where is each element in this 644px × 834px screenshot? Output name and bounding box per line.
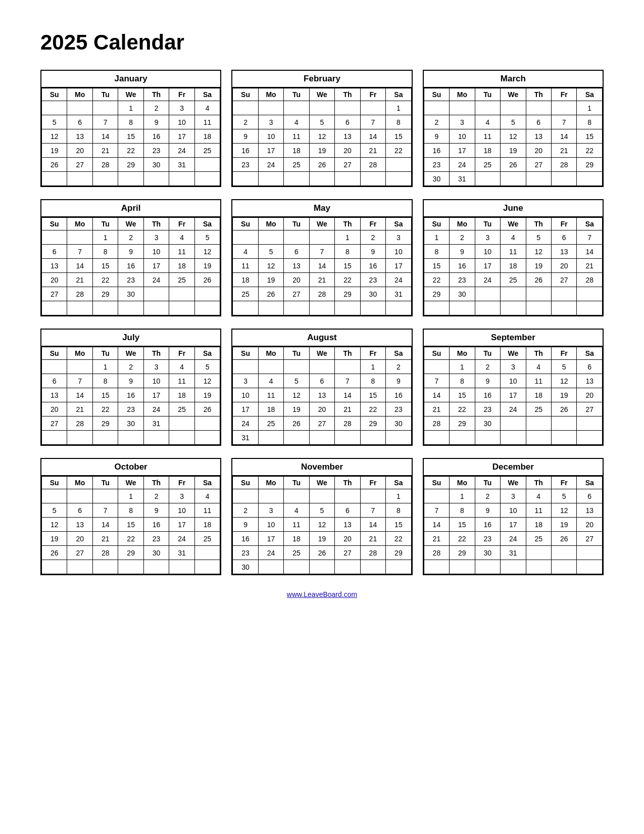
day-cell: 12: [194, 245, 220, 259]
day-cell: 10: [143, 245, 169, 259]
day-cell: [233, 101, 258, 115]
day-cell: 22: [335, 273, 360, 287]
table-row: 262728293031: [42, 546, 220, 560]
day-cell: 10: [169, 503, 194, 518]
day-header: We: [501, 477, 526, 489]
day-cell: [309, 360, 334, 374]
day-cell: 18: [284, 532, 309, 546]
day-cell: 23: [233, 158, 258, 172]
table-row: 18192021222324: [233, 273, 411, 287]
day-cell: 1: [577, 101, 603, 115]
day-cell: 12: [258, 259, 283, 273]
day-cell: 5: [526, 230, 551, 245]
table-row: [424, 560, 602, 574]
day-cell: 3: [475, 230, 500, 245]
day-cell: 15: [92, 388, 118, 402]
table-row: 567891011: [42, 115, 220, 129]
table-row: 14151617181920: [424, 388, 602, 402]
day-cell: 3: [169, 101, 194, 115]
month-title: February: [232, 71, 411, 88]
day-cell: 15: [335, 259, 360, 273]
day-cell: 9: [450, 245, 475, 259]
day-cell: 30: [360, 287, 385, 301]
day-cell: [42, 172, 67, 186]
table-row: 1: [424, 101, 602, 115]
day-cell: 13: [335, 129, 360, 144]
day-cell: 14: [309, 259, 334, 273]
day-cell: [386, 560, 412, 574]
day-cell: 5: [309, 503, 334, 518]
page-title: 2025 Calendar: [40, 30, 604, 55]
day-cell: 9: [233, 518, 258, 532]
day-cell: 29: [424, 287, 449, 301]
day-cell: 2: [118, 230, 143, 245]
day-cell: [335, 489, 360, 503]
day-cell: [67, 101, 92, 115]
day-cell: 17: [475, 259, 500, 273]
month-title: May: [232, 200, 411, 217]
day-header: Fr: [552, 88, 577, 101]
day-cell: 21: [360, 532, 385, 546]
day-cell: 27: [42, 416, 67, 431]
day-cell: 15: [118, 129, 143, 144]
day-cell: 20: [67, 144, 92, 158]
day-cell: 16: [143, 518, 169, 532]
day-cell: [92, 301, 118, 315]
day-header: Th: [526, 88, 551, 101]
day-cell: 11: [284, 518, 309, 532]
day-cell: 3: [501, 360, 526, 374]
day-cell: [284, 360, 309, 374]
day-cell: [526, 431, 551, 445]
day-header: Fr: [360, 218, 385, 230]
day-cell: 31: [450, 172, 475, 186]
day-header: Su: [233, 477, 258, 489]
day-cell: 29: [92, 287, 118, 301]
day-cell: [258, 489, 283, 503]
day-header: We: [309, 88, 334, 101]
day-cell: [577, 172, 603, 186]
day-header: Tu: [284, 88, 309, 101]
day-cell: 17: [143, 259, 169, 273]
day-cell: 27: [335, 546, 360, 560]
day-cell: 8: [92, 374, 118, 388]
day-cell: 11: [194, 115, 220, 129]
day-cell: 6: [67, 115, 92, 129]
day-cell: [194, 172, 220, 186]
day-cell: 11: [258, 388, 283, 402]
table-row: [42, 301, 220, 315]
day-cell: [309, 101, 334, 115]
day-cell: [335, 101, 360, 115]
day-header: Su: [42, 218, 67, 230]
day-cell: [284, 560, 309, 574]
day-cell: 20: [284, 273, 309, 287]
day-cell: [309, 230, 334, 245]
day-header: Th: [335, 347, 360, 360]
calendar-grid: JanuarySuMoTuWeThFrSa1234567891011121314…: [40, 70, 604, 575]
day-cell: 19: [552, 388, 577, 402]
day-cell: 24: [501, 532, 526, 546]
table-row: 2345678: [424, 115, 602, 129]
day-cell: 5: [284, 374, 309, 388]
day-cell: 24: [501, 402, 526, 416]
day-cell: [475, 101, 500, 115]
day-header: We: [309, 218, 334, 230]
day-cell: [501, 101, 526, 115]
day-cell: [233, 489, 258, 503]
day-header: Sa: [386, 477, 412, 489]
day-cell: 20: [577, 388, 603, 402]
day-cell: 29: [450, 416, 475, 431]
day-cell: [67, 301, 92, 315]
day-cell: 10: [501, 374, 526, 388]
day-cell: 30: [386, 416, 412, 431]
day-cell: 22: [360, 402, 385, 416]
table-row: 28293031: [424, 546, 602, 560]
day-cell: [360, 172, 385, 186]
day-cell: [501, 416, 526, 431]
table-row: 21222324252627: [424, 532, 602, 546]
footer-link[interactable]: www.LeaveBoard.com: [40, 590, 604, 598]
day-cell: [92, 101, 118, 115]
month-title: August: [232, 330, 411, 347]
day-cell: 23: [450, 273, 475, 287]
day-cell: 11: [194, 503, 220, 518]
day-header: Mo: [450, 88, 475, 101]
